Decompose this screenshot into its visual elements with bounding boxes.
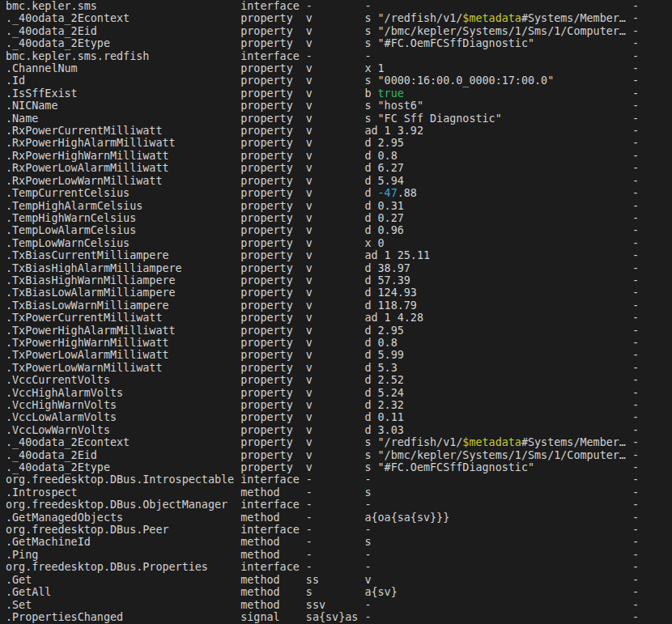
- cell-value: b true: [364, 87, 632, 100]
- cell-member-name: .TxPowerLowWarnMilliwatt: [6, 362, 240, 374]
- cell-signature: -: [306, 0, 365, 12]
- value-padding: [371, 536, 632, 548]
- dbus-row: .VccHighAlarmVolts property v d 5.24 -: [6, 387, 672, 399]
- cell-type: interface: [240, 524, 306, 536]
- cell-signature: v: [306, 150, 365, 162]
- cell-value: d 5.24: [364, 387, 632, 399]
- value-padding: [423, 312, 632, 324]
- cell-member-name: .PropertiesChanged: [6, 611, 240, 623]
- value-padding: [371, 473, 632, 486]
- cell-signature: v: [306, 461, 365, 473]
- value-padding: [398, 586, 632, 598]
- dbus-row: ._40odata_2Etype property v s "#FC.OemFC…: [6, 37, 672, 49]
- cell-member-name: .VccLowAlarmVolts: [6, 411, 240, 423]
- value-segment: d 0.8: [364, 150, 397, 162]
- terminal-screen[interactable]: bmc.kepler.sms interface - - -._40odata_…: [0, 0, 672, 624]
- cell-value: s "/bmc/kepler/Systems/1/Sms/1/Computer…: [364, 449, 632, 461]
- value-segment: s "FC Sff Diagnostic": [364, 112, 501, 125]
- value-segment: true: [378, 87, 404, 100]
- cell-type: property: [240, 337, 306, 349]
- cell-flags: -: [632, 411, 639, 423]
- cell-flags: -: [632, 299, 639, 312]
- cell-flags: -: [632, 362, 639, 374]
- cell-signature: -: [306, 486, 365, 499]
- value-segment: ad 1 25.11: [364, 249, 430, 261]
- dbus-row: .TempCurrentCelsius property v d -47.88 …: [6, 187, 672, 199]
- dbus-row: org.freedesktop.DBus.ObjectManager inter…: [6, 499, 672, 511]
- cell-member-name: .GetMachineId: [6, 536, 240, 548]
- cell-flags: -: [632, 486, 639, 499]
- cell-type: property: [240, 150, 306, 162]
- cell-type: property: [240, 362, 306, 374]
- value-padding: [404, 212, 632, 224]
- value-padding: [417, 299, 632, 312]
- cell-flags: -: [632, 175, 639, 187]
- cell-signature: v: [306, 299, 365, 312]
- cell-signature: v: [306, 312, 365, 324]
- value-segment: a{sv}: [364, 586, 397, 598]
- cell-type: property: [240, 25, 306, 37]
- value-segment: s "#FC.OemFCSffDiagnostic": [364, 461, 534, 473]
- cell-signature: v: [306, 399, 365, 411]
- cell-type: property: [240, 411, 306, 423]
- value-padding: [371, 0, 632, 12]
- value-segment: d: [364, 187, 377, 199]
- dbus-row: .RxPowerCurrentMilliwatt property v ad 1…: [6, 125, 672, 137]
- cell-flags: -: [632, 599, 639, 611]
- value-segment: -47: [378, 187, 398, 199]
- value-segment: #Systems/Member…: [521, 12, 626, 24]
- dbus-row: .TempLowWarnCelsius property v x 0 -: [6, 237, 672, 249]
- cell-type: property: [240, 224, 306, 236]
- value-padding: [371, 549, 632, 561]
- dbus-row: bmc.kepler.sms.redfish interface - - -: [6, 50, 672, 62]
- value-segment: x 0: [364, 237, 384, 249]
- cell-type: interface: [240, 50, 306, 62]
- cell-signature: v: [306, 249, 365, 261]
- cell-type: method: [240, 486, 306, 499]
- value-padding: [371, 599, 632, 611]
- dbus-row: .TempHighWarnCelsius property v d 0.27 -: [6, 212, 672, 224]
- cell-value: ad 1 25.11: [364, 249, 632, 261]
- value-padding: [554, 74, 632, 87]
- cell-value: -: [364, 561, 632, 573]
- value-segment: d 0.8: [364, 337, 397, 349]
- dbus-row: .TxPowerHighAlarmMilliwatt property v d …: [6, 325, 672, 337]
- value-padding: [385, 62, 632, 74]
- cell-type: property: [240, 287, 306, 299]
- cell-member-name: .ChannelNum: [6, 62, 240, 74]
- cell-flags: -: [632, 50, 639, 62]
- cell-value: d -47.88: [364, 187, 632, 199]
- value-padding: [404, 387, 632, 399]
- cell-member-name: .RxPowerCurrentMilliwatt: [6, 125, 240, 137]
- cell-member-name: .Ping: [6, 549, 240, 561]
- value-segment: a{oa{sa{sv}}}: [364, 512, 449, 524]
- cell-signature: v: [306, 74, 365, 87]
- cell-type: property: [240, 349, 306, 361]
- value-padding: [410, 274, 632, 287]
- value-segment: d 57.39: [364, 274, 410, 287]
- value-padding: [626, 12, 632, 24]
- value-padding: [626, 436, 632, 448]
- cell-signature: -: [306, 524, 365, 536]
- cell-value: s "#FC.OemFCSffDiagnostic": [364, 461, 632, 473]
- value-segment: d 0.27: [364, 212, 403, 224]
- cell-type: property: [240, 200, 306, 212]
- value-segment: s "/bmc/kepler/Systems/1/Sms/1/Computer…: [364, 25, 625, 37]
- cell-flags: -: [632, 374, 639, 386]
- cell-value: s "FC Sff Diagnostic": [364, 112, 632, 125]
- cell-value: -: [364, 50, 632, 62]
- cell-member-name: org.freedesktop.DBus.Introspectable: [6, 473, 240, 486]
- cell-flags: -: [632, 0, 639, 12]
- cell-type: interface: [240, 473, 306, 486]
- cell-flags: -: [632, 536, 639, 548]
- cell-member-name: .Id: [6, 74, 240, 87]
- cell-type: property: [240, 62, 306, 74]
- cell-member-name: .VccHighAlarmVolts: [6, 387, 240, 399]
- cell-value: -: [364, 499, 632, 511]
- cell-flags: -: [632, 399, 639, 411]
- cell-flags: -: [632, 249, 639, 261]
- dbus-row: .Ping method - - -: [6, 549, 672, 561]
- value-segment: b: [364, 87, 377, 100]
- cell-value: ad 1 4.28: [364, 312, 632, 324]
- cell-type: method: [240, 599, 306, 611]
